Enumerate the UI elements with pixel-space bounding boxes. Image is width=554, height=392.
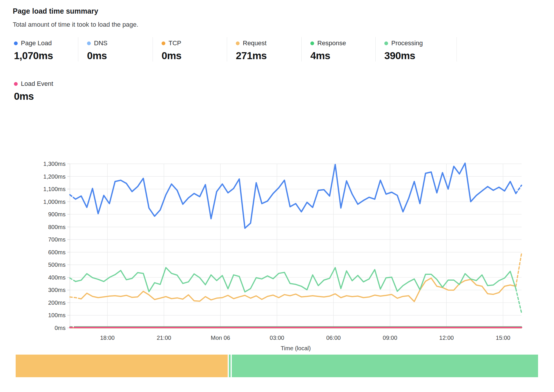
- y-axis-label: 0ms: [55, 325, 66, 331]
- series-page-load: [70, 195, 76, 199]
- x-axis-label: Mon 06: [211, 335, 230, 341]
- y-axis-label: 900ms: [48, 211, 66, 217]
- y-axis-label: 100ms: [48, 312, 66, 318]
- x-axis-label: 06:00: [326, 335, 341, 341]
- x-axis-label: 12:00: [439, 335, 454, 341]
- y-axis-label: 600ms: [48, 249, 66, 255]
- series-processing: [76, 268, 516, 292]
- status-segment-passing[interactable]: [229, 355, 231, 377]
- y-axis-label: 200ms: [48, 300, 66, 306]
- y-axis-label: 1,000ms: [43, 199, 66, 205]
- status-segment-passing[interactable]: [232, 355, 538, 377]
- x-axis-label: 21:00: [157, 335, 171, 341]
- status-bar: [16, 355, 538, 377]
- series-processing: [516, 289, 522, 313]
- x-axis-label: 18:00: [100, 335, 115, 341]
- page: { "header": { "title": "Page load time s…: [0, 0, 554, 392]
- y-axis-label: 1,200ms: [43, 173, 66, 180]
- status-segment-degraded[interactable]: [16, 355, 228, 377]
- y-axis-label: 700ms: [48, 236, 66, 243]
- page-load-time-chart[interactable]: 0ms100ms200ms300ms400ms500ms600ms700ms80…: [0, 0, 554, 392]
- y-axis-label: 300ms: [48, 287, 66, 293]
- x-axis-label: 15:00: [496, 335, 510, 341]
- series-page-load: [516, 185, 522, 193]
- x-axis-label: 09:00: [383, 335, 397, 341]
- y-axis-label: 1,100ms: [43, 186, 66, 192]
- series-processing: [70, 278, 76, 282]
- x-axis-label: 03:00: [270, 335, 284, 341]
- x-axis-title: Time (local): [281, 345, 311, 351]
- series-request: [70, 297, 81, 299]
- y-axis-label: 500ms: [48, 262, 66, 268]
- series-request: [516, 253, 522, 286]
- y-axis-label: 1,300ms: [43, 161, 66, 167]
- y-axis-label: 400ms: [48, 274, 66, 281]
- series-page-load: [76, 163, 516, 228]
- y-axis-label: 800ms: [48, 224, 66, 230]
